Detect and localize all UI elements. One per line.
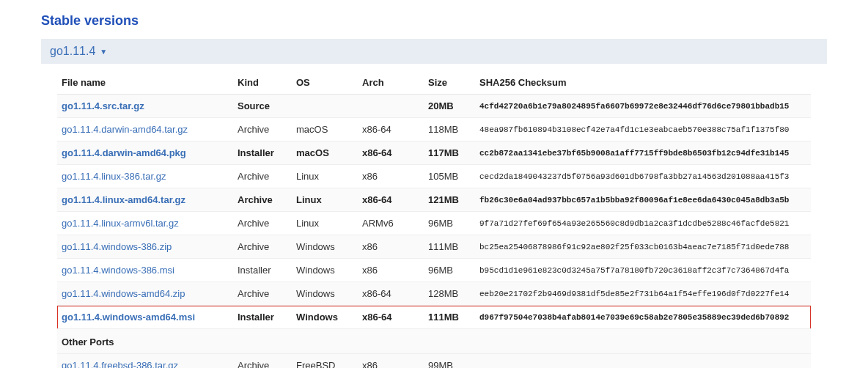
col-chk: SHA256 Checksum <box>475 71 811 95</box>
cell-arch: x86 <box>358 259 424 282</box>
cell-kind: Installer <box>233 306 292 329</box>
cell-kind: Archive <box>233 165 292 188</box>
cell-checksum: b95cd1d1e961e823c0d3245a75f7a78180fb720c… <box>475 259 811 282</box>
file-link[interactable]: go1.11.4.windows-386.msi <box>62 265 174 276</box>
file-link[interactable]: go1.11.4.linux-amd64.tar.gz <box>62 194 185 205</box>
cell-size: 20MB <box>424 95 475 118</box>
cell-os: macOS <box>292 141 358 165</box>
cell-kind: Archive <box>233 235 292 259</box>
cell-arch: x86 <box>358 165 424 188</box>
table-row: go1.11.4.windows-amd64.msiInstallerWindo… <box>57 306 811 329</box>
cell-arch: x86-64 <box>358 188 424 212</box>
cell-size: 96MB <box>424 259 475 282</box>
cell-checksum: cc2b872aa1341ebe37bf65b9008a1aff7715ff9b… <box>475 141 811 165</box>
cell-arch: x86-64 <box>358 118 424 141</box>
table-row: go1.11.4.linux-386.tar.gzArchiveLinuxx86… <box>57 165 811 188</box>
cell-size: 99MB <box>424 354 475 369</box>
cell-arch: ARMv6 <box>358 212 424 235</box>
cell-size: 111MB <box>424 306 475 329</box>
cell-checksum: d967f97504e7038b4afab8014e7039e69c58ab2e… <box>475 306 811 329</box>
file-link[interactable]: go1.11.4.darwin-amd64.tar.gz <box>62 124 188 135</box>
file-link[interactable]: go1.11.4.windows-amd64.zip <box>62 288 185 299</box>
table-header-row: File name Kind OS Arch Size SHA256 Check… <box>57 71 811 95</box>
cell-size: 128MB <box>424 282 475 306</box>
other-ports-label: Other Ports <box>57 329 811 354</box>
cell-kind: Archive <box>233 212 292 235</box>
cell-checksum <box>475 354 811 369</box>
table-row: go1.11.4.windows-amd64.zipArchiveWindows… <box>57 282 811 306</box>
cell-arch: x86 <box>358 354 424 369</box>
cell-os: Windows <box>292 259 358 282</box>
table-row: go1.11.4.darwin-amd64.pkgInstallermacOSx… <box>57 141 811 165</box>
file-link[interactable]: go1.11.4.windows-amd64.msi <box>62 312 195 323</box>
cell-os: Linux <box>292 188 358 212</box>
cell-os: Windows <box>292 306 358 329</box>
other-ports-subhead: Other Ports <box>57 329 811 354</box>
col-size: Size <box>424 71 475 95</box>
table-row: go1.11.4.windows-386.zipArchiveWindowsx8… <box>57 235 811 259</box>
cell-kind: Installer <box>233 141 292 165</box>
file-link[interactable]: go1.11.4.darwin-amd64.pkg <box>62 147 186 158</box>
cell-kind: Source <box>233 95 292 118</box>
version-selector-label: go1.11.4 <box>50 45 95 58</box>
cell-checksum: 48ea987fb610894b3108ecf42e7a4fd1c1e3eabc… <box>475 118 811 141</box>
cell-checksum: 9f7a71d27fef69f654a93e265560c8d9db1a2ca3… <box>475 212 811 235</box>
file-link[interactable]: go1.11.4.linux-386.tar.gz <box>62 171 166 182</box>
col-arch: Arch <box>358 71 424 95</box>
cell-arch: x86-64 <box>358 282 424 306</box>
cell-os: Linux <box>292 212 358 235</box>
cell-kind: Installer <box>233 259 292 282</box>
cell-os: Windows <box>292 235 358 259</box>
cell-size: 105MB <box>424 165 475 188</box>
table-row: go1.11.4.src.tar.gzSource20MB4cfd42720a6… <box>57 95 811 118</box>
table-row: go1.11.4.windows-386.msiInstallerWindows… <box>57 259 811 282</box>
col-file: File name <box>57 71 233 95</box>
cell-checksum: 4cfd42720a6b1e79a8024895fa6607b69972e8e3… <box>475 95 811 118</box>
cell-os: FreeBSD <box>292 354 358 369</box>
table-row: go1.11.4.linux-armv6l.tar.gzArchiveLinux… <box>57 212 811 235</box>
downloads-table: File name Kind OS Arch Size SHA256 Check… <box>57 71 811 368</box>
cell-os: macOS <box>292 118 358 141</box>
cell-kind: Archive <box>233 118 292 141</box>
cell-os: Windows <box>292 282 358 306</box>
cell-size: 117MB <box>424 141 475 165</box>
cell-os <box>292 95 358 118</box>
file-link[interactable]: go1.11.4.linux-armv6l.tar.gz <box>62 218 179 229</box>
cell-arch <box>358 95 424 118</box>
table-row: go1.11.4.freebsd-386.tar.gzArchiveFreeBS… <box>57 354 811 369</box>
cell-arch: x86-64 <box>358 141 424 165</box>
file-link[interactable]: go1.11.4.windows-386.zip <box>62 241 172 252</box>
cell-size: 111MB <box>424 235 475 259</box>
cell-arch: x86-64 <box>358 306 424 329</box>
file-link[interactable]: go1.11.4.src.tar.gz <box>62 100 144 111</box>
col-kind: Kind <box>233 71 292 95</box>
col-os: OS <box>292 71 358 95</box>
stable-versions-heading: Stable versions <box>41 13 827 29</box>
file-link[interactable]: go1.11.4.freebsd-386.tar.gz <box>62 360 178 368</box>
cell-checksum: fb26c30e6a04ad937bbc657a1b5bba92f80096af… <box>475 188 811 212</box>
table-row: go1.11.4.linux-amd64.tar.gzArchiveLinuxx… <box>57 188 811 212</box>
table-row: go1.11.4.darwin-amd64.tar.gzArchivemacOS… <box>57 118 811 141</box>
cell-checksum: eeb20e21702f2b9469d9381df5de85e2f731b64a… <box>475 282 811 306</box>
chevron-down-icon: ▼ <box>100 48 107 56</box>
cell-kind: Archive <box>233 282 292 306</box>
version-selector[interactable]: go1.11.4 ▼ <box>41 39 827 64</box>
cell-arch: x86 <box>358 235 424 259</box>
cell-os: Linux <box>292 165 358 188</box>
cell-size: 96MB <box>424 212 475 235</box>
cell-size: 118MB <box>424 118 475 141</box>
cell-kind: Archive <box>233 354 292 369</box>
cell-checksum: cecd2da1849043237d5f0756a93d601db6798fa3… <box>475 165 811 188</box>
cell-size: 121MB <box>424 188 475 212</box>
cell-checksum: bc25ea25406878986f91c92ae802f25f033cb016… <box>475 235 811 259</box>
cell-kind: Archive <box>233 188 292 212</box>
